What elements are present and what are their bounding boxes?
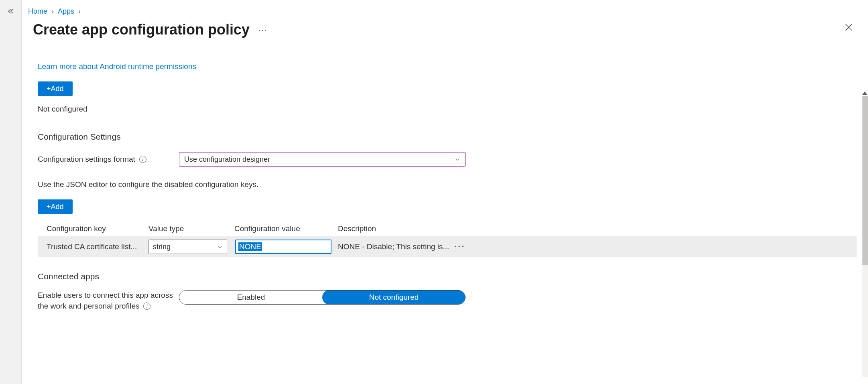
format-dropdown[interactable]: Use configuration designer [179, 152, 466, 167]
table-row: Trusted CA certificate list... string NO… [38, 236, 857, 257]
permissions-status: Not configured [38, 105, 857, 114]
breadcrumb-home[interactable]: Home [28, 7, 47, 16]
breadcrumb-apps[interactable]: Apps [58, 7, 74, 16]
chevron-right-icon: › [78, 7, 81, 16]
side-rail [0, 0, 22, 384]
section-configuration-settings: Configuration Settings [38, 132, 857, 142]
page-title: Create app configuration policy [33, 21, 250, 38]
add-config-key-button[interactable]: +Add [38, 199, 73, 214]
scrollbar-vertical[interactable] [862, 96, 868, 377]
main-panel: Home › Apps › Create app configuration p… [22, 0, 868, 384]
th-description: Description [338, 224, 454, 233]
format-label: Configuration settings format [38, 155, 135, 164]
add-permission-button[interactable]: +Add [38, 81, 73, 96]
close-button[interactable] [844, 22, 854, 34]
toggle-not-configured[interactable]: Not configured [322, 290, 466, 305]
connected-apps-toggle[interactable]: Enabled Not configured [179, 290, 466, 305]
connected-apps-label-2: the work and personal profiles [38, 301, 139, 312]
th-config-value: Configuration value [234, 224, 338, 233]
toggle-enabled[interactable]: Enabled [179, 291, 323, 304]
breadcrumb: Home › Apps › [28, 7, 857, 16]
chevron-right-icon: › [51, 7, 54, 16]
cell-description: NONE - Disable; This setting is... [338, 242, 454, 251]
format-dropdown-value: Use configuration designer [184, 155, 270, 164]
scrollbar-thumb[interactable] [862, 96, 868, 265]
th-config-key: Configuration key [47, 224, 148, 233]
info-icon[interactable]: i [139, 156, 146, 163]
connected-apps-label: Enable users to connect this app across [38, 291, 173, 299]
value-type-select[interactable]: string [148, 240, 227, 254]
learn-more-link[interactable]: Learn more about Android runtime permiss… [38, 62, 196, 71]
row-more-icon[interactable]: ··· [454, 242, 465, 252]
cell-config-key: Trusted CA certificate list... [47, 242, 148, 251]
config-value-text: NONE [238, 242, 262, 251]
th-value-type: Value type [148, 224, 234, 233]
config-value-input[interactable]: NONE [235, 240, 331, 254]
collapse-rail-icon[interactable] [7, 9, 15, 17]
value-type-value: string [153, 243, 171, 251]
chevron-down-icon [217, 244, 223, 250]
section-connected-apps: Connected apps [38, 272, 857, 281]
info-icon[interactable]: i [143, 303, 150, 310]
config-table-header: Configuration key Value type Configurati… [38, 221, 857, 236]
more-actions-icon[interactable]: ··· [258, 25, 268, 35]
scroll-up-icon[interactable] [862, 91, 867, 95]
chevron-down-icon [455, 156, 460, 162]
json-helper-text: Use the JSON editor to configure the dis… [38, 180, 857, 189]
